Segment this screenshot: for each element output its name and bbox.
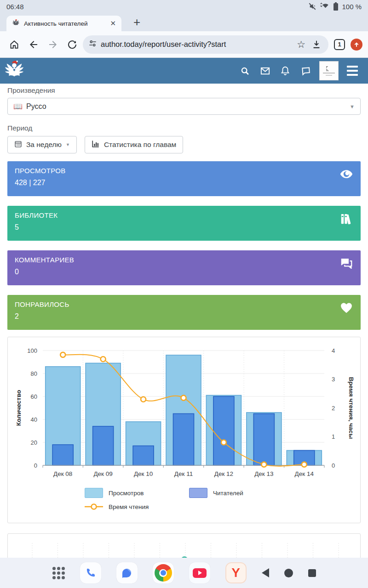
browser-tab[interactable]: Активность читателей ✕ [6,16,121,31]
x-tick-label: Дек 10 [134,470,153,477]
legend-item[interactable]: Просмотров [85,488,189,498]
chrome-app-icon[interactable] [153,562,174,583]
y-tick-left: 80 [31,370,37,377]
wifi-icon [320,2,330,11]
x-tick-label: Дек 11 [174,470,193,477]
y-tick-right: 4 [332,347,335,354]
y-tick-right: 1 [332,433,335,440]
yandex-app-icon[interactable]: Y [225,562,247,583]
forward-icon[interactable] [44,36,62,53]
bar[interactable] [93,426,114,465]
stat-card-label: ПРОСМОТРОВ [15,167,353,175]
line-marker[interactable] [221,440,226,445]
stat-card-1[interactable]: БИБЛИОТЕК5 [7,206,361,241]
download-icon[interactable] [309,36,324,53]
x-tick-label: Дек 08 [53,470,72,477]
url-bar[interactable]: author.today/report/user-activity?start … [83,35,328,54]
nav-home-button[interactable] [284,569,293,577]
line-marker[interactable] [302,462,307,467]
line-marker[interactable] [181,396,186,401]
line-marker[interactable] [101,356,106,362]
home-icon[interactable] [6,36,23,53]
bar[interactable] [173,414,194,466]
legend-swatch [189,488,207,498]
nav-recents-button[interactable] [308,569,316,577]
site-header [0,58,368,84]
bar[interactable] [253,414,274,466]
nav-back-button[interactable] [262,568,269,577]
phone-app-icon[interactable] [80,562,101,583]
legend-label: Просмотров [109,490,144,497]
works-select[interactable]: 📖 Руссо ▼ [7,98,361,115]
x-tick-label: Дек 13 [254,470,273,477]
eye-icon [339,167,353,183]
y-tick-right: 3 [332,376,335,383]
x-tick-label: Дек 14 [295,470,314,477]
reload-icon[interactable] [63,36,81,53]
y-tick-left: 40 [31,416,37,423]
chevron-down-icon: ▼ [66,142,70,147]
stat-card-3[interactable]: ПОНРАВИЛОСЬ2 [7,295,361,330]
stat-card-0[interactable]: ПРОСМОТРОВ428 | 227 [7,161,361,196]
line-marker[interactable] [60,352,65,357]
legend-item[interactable]: Читателей [189,488,293,498]
y-tick-right: 0 [332,462,335,469]
legend-line-swatch [85,503,103,510]
legend-label: Читателей [213,490,243,497]
book-emoji-icon: 📖 [13,102,23,111]
tab-close-icon[interactable]: ✕ [109,19,117,28]
x-tick-label: Дек 09 [93,470,112,477]
chat-icon[interactable] [296,62,315,80]
library-icon [339,212,353,227]
y-axis-label-left: Количество [15,390,22,426]
url-text[interactable]: author.today/report/user-activity?start [101,40,293,49]
app-drawer-icon[interactable] [52,567,65,579]
tab-title: Активность читателей [24,20,105,27]
mail-icon[interactable] [256,62,274,80]
messages-app-icon[interactable] [116,562,138,583]
avatar[interactable] [319,61,339,80]
author-today-logo[interactable] [4,59,25,82]
menu-icon[interactable] [343,62,362,80]
battery-percent: 100 % [342,3,362,11]
site-settings-icon[interactable] [88,39,97,50]
clock: 06:48 [6,3,24,11]
back-icon[interactable] [25,36,42,53]
browser-update-icon[interactable] [351,39,362,51]
legend-label: Время чтения [109,503,149,510]
bar[interactable] [213,396,234,465]
favicon [12,19,20,28]
calendar-icon [14,140,22,150]
works-select-value: Руссо [26,102,346,111]
stat-card-label: БИБЛИОТЕК [15,211,353,219]
stat-card-label: ПОНРАВИЛОСЬ [15,300,353,308]
search-icon[interactable] [236,62,254,80]
bar[interactable] [133,446,154,466]
tab-switcher-button[interactable]: 1 [334,39,345,50]
android-nav-bar: Y [0,558,368,588]
period-button[interactable]: За неделю ▼ [7,136,77,153]
y-tick-left: 60 [31,393,37,400]
chevron-down-icon: ▼ [350,104,355,109]
stat-card-2[interactable]: КОММЕНТАРИЕВ0 [7,250,361,285]
chapter-stats-button[interactable]: Статистика по главам [85,136,183,153]
comments-icon [339,256,353,272]
new-tab-button[interactable]: + [133,15,140,31]
stat-cards: ПРОСМОТРОВ428 | 227БИБЛИОТЕК5КОММЕНТАРИЕ… [7,161,361,330]
line-marker[interactable] [141,397,146,402]
muted-icon [308,2,316,11]
heart-icon [339,301,353,317]
bell-icon[interactable] [276,62,294,80]
works-label: Произведения [7,86,361,95]
chart-legend: ПросмотровЧитателейВремя чтения [8,480,360,523]
bookmark-star-icon[interactable]: ☆ [297,40,305,49]
android-screen: 06:48 100 % Активность читателей ✕ + aut… [0,0,368,588]
line-marker[interactable] [261,462,266,467]
youtube-app-icon[interactable] [189,562,210,583]
bar[interactable] [52,445,73,465]
y-tick-left: 20 [31,439,37,446]
report-page: Произведения 📖 Руссо ▼ Период За неделю … [0,84,368,588]
legend-item[interactable]: Время чтения [85,503,189,510]
stat-card-value: 428 | 227 [15,179,353,187]
tab-strip: Активность читателей ✕ + [0,13,368,31]
